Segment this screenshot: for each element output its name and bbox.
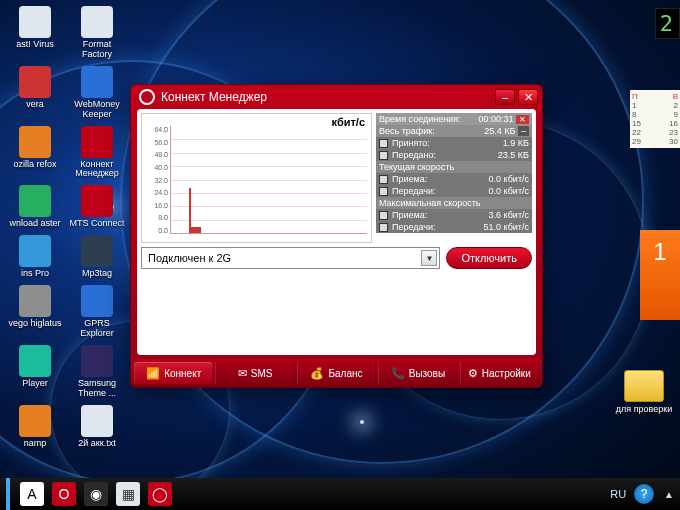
- rx-total-checkbox[interactable]: [379, 139, 388, 148]
- stats-panel: Время соединения: 00:00:31 ✕ Весь трафик…: [376, 113, 532, 243]
- icon-label: ozilla refox: [6, 160, 64, 170]
- connection-status-text: Подключен к 2G: [148, 252, 421, 264]
- titlebar[interactable]: Коннект Менеджер – ✕: [131, 85, 542, 109]
- chart-plot-area: [170, 126, 367, 234]
- taskbar-app-a[interactable]: A: [20, 482, 44, 506]
- nav-label: Настройки: [482, 368, 531, 379]
- app-icon: [81, 66, 113, 98]
- sms-icon: ✉: [238, 367, 247, 380]
- cur-tx-row: Передачи: 0.0 кбит/с: [376, 185, 532, 197]
- clock-widget: 2: [655, 8, 680, 39]
- desktop-icon-10[interactable]: vego higlatus: [6, 285, 64, 329]
- icon-label: ins Pro: [6, 269, 64, 279]
- nav-settings[interactable]: ⚙Настройки: [460, 362, 539, 384]
- nav-connect[interactable]: 📶Коннект: [134, 362, 213, 384]
- cur-tx-checkbox[interactable]: [379, 187, 388, 196]
- desktop-icon-8[interactable]: ins Pro: [6, 235, 64, 279]
- app-icon: [81, 185, 113, 217]
- max-speed-header: Максимальная скорость: [376, 197, 532, 209]
- chart-data-spike: [189, 188, 191, 233]
- app-icon: [19, 66, 51, 98]
- rx-total-row: Принято: 1.9 КБ: [376, 137, 532, 149]
- desktop-icon-15[interactable]: 2й акк.txt: [68, 405, 126, 449]
- calendar-widget[interactable]: ПВ1289151622232930: [630, 90, 680, 148]
- window-title: Коннект Менеджер: [161, 90, 492, 104]
- speed-chart: кбит/с 64.056.048.040.032.024.016.08.00.…: [141, 113, 372, 243]
- chart-y-axis: 64.056.048.040.032.024.016.08.00.0: [144, 126, 168, 234]
- app-icon: [19, 126, 51, 158]
- desktop-icon-7[interactable]: MTS Connect: [68, 185, 126, 229]
- balance-icon: 💰: [310, 367, 324, 380]
- icon-label: Samsung Theme ...: [68, 379, 126, 399]
- desktop-icon-1[interactable]: Format Factory: [68, 6, 126, 60]
- desktop-icon-13[interactable]: Samsung Theme ...: [68, 345, 126, 399]
- desktop-icon-14[interactable]: namp: [6, 405, 64, 449]
- desktop-icon-2[interactable]: vera: [6, 66, 64, 110]
- show-desktop-icon[interactable]: ▲: [664, 489, 674, 500]
- taskbar-icons: AO◉▦◯: [16, 482, 176, 506]
- desktop-icon-11[interactable]: GPRS Explorer: [68, 285, 126, 339]
- desktop-icons-area: ast! VirusFormat FactoryveraWebMoney Kee…: [4, 4, 134, 453]
- conn-time-row: Время соединения: 00:00:31 ✕: [376, 113, 532, 125]
- connect-manager-window: Коннект Менеджер – ✕ кбит/с 64.056.048.0…: [130, 84, 543, 388]
- desktop-icon-4[interactable]: ozilla refox: [6, 126, 64, 170]
- max-rx-checkbox[interactable]: [379, 211, 388, 220]
- max-tx-row: Передачи: 51.0 кбит/с: [376, 221, 532, 233]
- icon-label: Коннект Менеджер: [68, 160, 126, 180]
- max-tx-checkbox[interactable]: [379, 223, 388, 232]
- language-indicator[interactable]: RU: [610, 488, 626, 500]
- icon-label: 2й акк.txt: [68, 439, 126, 449]
- icon-label: Format Factory: [68, 40, 126, 60]
- desktop-icon-5[interactable]: Коннект Менеджер: [68, 126, 126, 180]
- cur-rx-checkbox[interactable]: [379, 175, 388, 184]
- help-icon[interactable]: ?: [634, 484, 654, 504]
- app-icon: [19, 405, 51, 437]
- taskbar: AO◉▦◯ RU ? ▲: [0, 478, 680, 510]
- bottom-nav: 📶Коннект✉SMS💰Баланс📞Вызовы⚙Настройки: [131, 359, 542, 387]
- folder-icon: [624, 370, 664, 402]
- icon-label: GPRS Explorer: [68, 319, 126, 339]
- nav-sms[interactable]: ✉SMS: [215, 362, 294, 384]
- taskbar-accent: [6, 478, 10, 510]
- app-icon: [19, 6, 51, 38]
- taskbar-chrome[interactable]: ◉: [84, 482, 108, 506]
- desktop-icon-3[interactable]: WebMoney Keeper: [68, 66, 126, 120]
- calls-icon: 📞: [391, 367, 405, 380]
- max-rx-row: Приема: 3.6 кбит/с: [376, 209, 532, 221]
- nav-label: Коннект: [164, 368, 201, 379]
- taskbar-connect-manager[interactable]: ◯: [148, 482, 172, 506]
- chevron-down-icon[interactable]: ▼: [421, 250, 437, 266]
- taskbar-opera[interactable]: O: [52, 482, 76, 506]
- disconnect-button[interactable]: Отключить: [446, 247, 532, 269]
- desktop-icon-0[interactable]: ast! Virus: [6, 6, 64, 50]
- cur-rx-row: Приема: 0.0 кбит/с: [376, 173, 532, 185]
- taskbar-calc[interactable]: ▦: [116, 482, 140, 506]
- stats-close-icon[interactable]: ✕: [516, 115, 529, 124]
- current-speed-header: Текущая скорость: [376, 161, 532, 173]
- icon-label: Player: [6, 379, 64, 389]
- tx-total-checkbox[interactable]: [379, 151, 388, 160]
- desktop-icon-12[interactable]: Player: [6, 345, 64, 389]
- desktop-icon-6[interactable]: wnload aster: [6, 185, 64, 229]
- date-widget[interactable]: 1: [640, 230, 680, 320]
- app-icon: [81, 126, 113, 158]
- app-icon: [19, 235, 51, 267]
- status-row: Подключен к 2G ▼ Отключить: [141, 247, 532, 269]
- icon-label: namp: [6, 439, 64, 449]
- connect-icon: 📶: [146, 367, 160, 380]
- folder-proverka[interactable]: для проверки: [614, 370, 674, 414]
- app-icon: [81, 235, 113, 267]
- tx-total-row: Передано: 23.5 КБ: [376, 149, 532, 161]
- nav-calls[interactable]: 📞Вызовы: [378, 362, 457, 384]
- app-icon: [19, 345, 51, 377]
- minimize-button[interactable]: –: [495, 89, 515, 105]
- nav-label: Баланс: [328, 368, 362, 379]
- icon-label: MTS Connect: [68, 219, 126, 229]
- app-icon: [81, 6, 113, 38]
- connection-status-combo[interactable]: Подключен к 2G ▼: [141, 247, 440, 269]
- desktop-icon-9[interactable]: Mp3tag: [68, 235, 126, 279]
- nav-balance[interactable]: 💰Баланс: [297, 362, 376, 384]
- close-button[interactable]: ✕: [518, 89, 538, 105]
- app-icon: [19, 285, 51, 317]
- app-icon: [81, 345, 113, 377]
